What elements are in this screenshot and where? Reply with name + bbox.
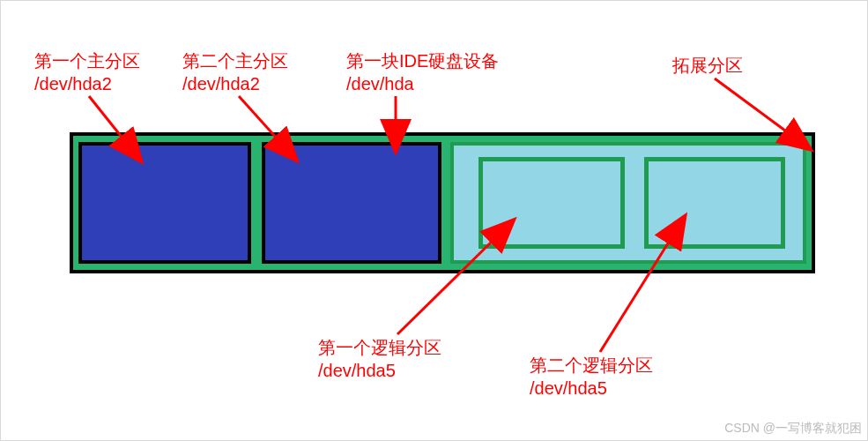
label-primary1-path: /dev/hda2 [34, 74, 112, 93]
label-primary2-title: 第二个主分区 [182, 51, 288, 71]
label-primary1: 第一个主分区 /dev/hda2 [34, 49, 140, 95]
logical-partition-1 [479, 157, 625, 249]
label-logical2: 第二个逻辑分区 /dev/hda5 [530, 354, 653, 400]
logical-partition-2 [644, 157, 785, 249]
label-extended: 拓展分区 [672, 54, 743, 77]
primary-partition-2 [262, 142, 441, 264]
label-disk: 第一块IDE硬盘设备 /dev/hda [346, 49, 499, 95]
label-extended-title: 拓展分区 [672, 56, 743, 75]
primary-partition-1 [78, 142, 251, 264]
label-logical1-path: /dev/hda5 [318, 361, 396, 380]
label-logical1-title: 第一个逻辑分区 [318, 338, 441, 357]
label-logical2-path: /dev/hda5 [530, 378, 607, 398]
watermark: CSDN @一写博客就犯困 [724, 421, 862, 437]
arrow-extended [715, 78, 789, 133]
label-primary2: 第二个主分区 /dev/hda2 [182, 49, 288, 95]
label-disk-title: 第一块IDE硬盘设备 [346, 51, 499, 71]
label-primary1-title: 第一个主分区 [34, 51, 140, 71]
label-disk-path: /dev/hda [346, 74, 414, 93]
label-logical2-title: 第二个逻辑分区 [530, 355, 653, 375]
label-primary2-path: /dev/hda2 [182, 74, 260, 93]
disk-device [70, 132, 815, 273]
diagram-canvas: 第一个主分区 /dev/hda2 第二个主分区 /dev/hda2 第一块IDE… [0, 0, 868, 441]
label-logical1: 第一个逻辑分区 /dev/hda5 [318, 336, 441, 382]
